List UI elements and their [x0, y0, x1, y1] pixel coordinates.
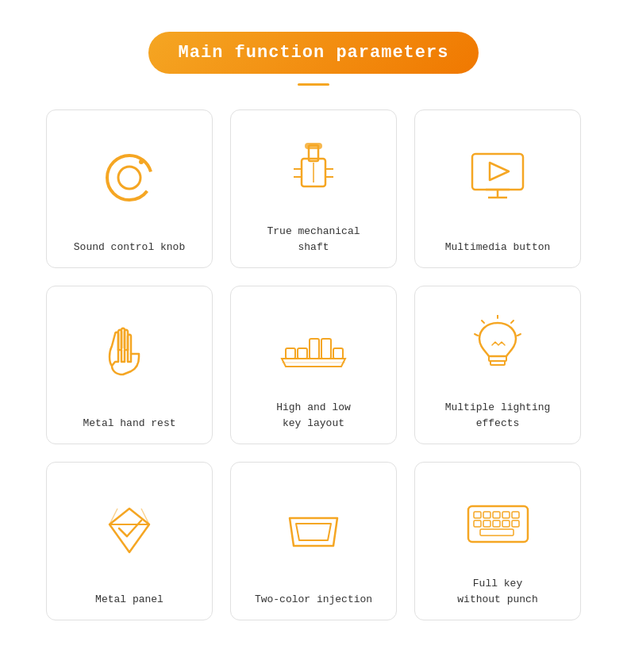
card-true-mechanical-shaft: True mechanicalshaft [230, 109, 397, 268]
svg-line-26 [517, 334, 521, 336]
card-high-low-key-layout: High and lowkey layout [230, 286, 397, 444]
hand-label: Metal hand rest [83, 416, 175, 432]
svg-rect-18 [310, 339, 319, 359]
keys-icon [278, 301, 349, 392]
card-metal-panel: Metal panel [46, 462, 213, 620]
svg-line-25 [511, 321, 514, 323]
svg-point-0 [107, 156, 152, 200]
svg-marker-29 [110, 509, 149, 552]
lighting-icon [470, 301, 525, 392]
svg-rect-19 [321, 339, 331, 359]
header-underline [298, 83, 329, 86]
svg-rect-20 [333, 348, 343, 359]
svg-rect-37 [502, 512, 510, 518]
card-multiple-lighting-effects: Multiple lightingeffects [414, 286, 581, 444]
knob-icon [98, 125, 161, 232]
knob-label: Sound control knob [74, 240, 185, 255]
keys-label: High and lowkey layout [276, 400, 351, 431]
svg-rect-34 [474, 512, 481, 518]
diamond-label: Metal panel [95, 592, 163, 608]
svg-line-27 [482, 321, 484, 323]
svg-rect-10 [305, 143, 322, 149]
svg-rect-40 [483, 520, 490, 527]
svg-line-28 [475, 334, 478, 336]
card-multimedia-button: Multimedia button [414, 109, 581, 268]
svg-rect-17 [298, 348, 307, 359]
feature-grid: Sound control knob True mechanicalsh [46, 109, 581, 620]
svg-rect-23 [490, 361, 505, 365]
shaft-icon [286, 125, 341, 216]
multimedia-icon [466, 125, 529, 232]
shaft-label: True mechanicalshaft [267, 224, 360, 255]
svg-rect-38 [512, 512, 519, 518]
card-two-color-injection: Two-color injection [230, 462, 397, 620]
card-metal-hand-rest: Metal hand rest [46, 286, 213, 444]
multimedia-label: Multimedia button [445, 240, 551, 255]
svg-rect-36 [493, 512, 500, 518]
svg-rect-16 [286, 348, 295, 359]
lighting-label: Multiple lightingeffects [445, 400, 551, 431]
keyboard-label: Full keywithout punch [457, 576, 537, 607]
card-full-key-without-punch: Full keywithout punch [414, 462, 581, 620]
keycap-icon [282, 477, 345, 584]
svg-rect-35 [483, 512, 490, 518]
svg-point-2 [139, 159, 144, 164]
card-sound-control-knob: Sound control knob [46, 109, 213, 268]
svg-marker-12 [490, 163, 509, 180]
svg-rect-42 [502, 520, 510, 527]
svg-rect-41 [493, 520, 500, 527]
hand-icon [98, 301, 161, 408]
keyboard-icon [464, 477, 532, 568]
diamond-icon [102, 477, 157, 584]
keycap-label: Two-color injection [255, 592, 372, 608]
svg-rect-43 [512, 520, 519, 527]
svg-rect-39 [474, 520, 481, 527]
page-title: Main function parameters [148, 32, 479, 74]
svg-point-1 [118, 167, 140, 189]
svg-rect-44 [480, 529, 514, 536]
svg-rect-11 [472, 154, 523, 190]
